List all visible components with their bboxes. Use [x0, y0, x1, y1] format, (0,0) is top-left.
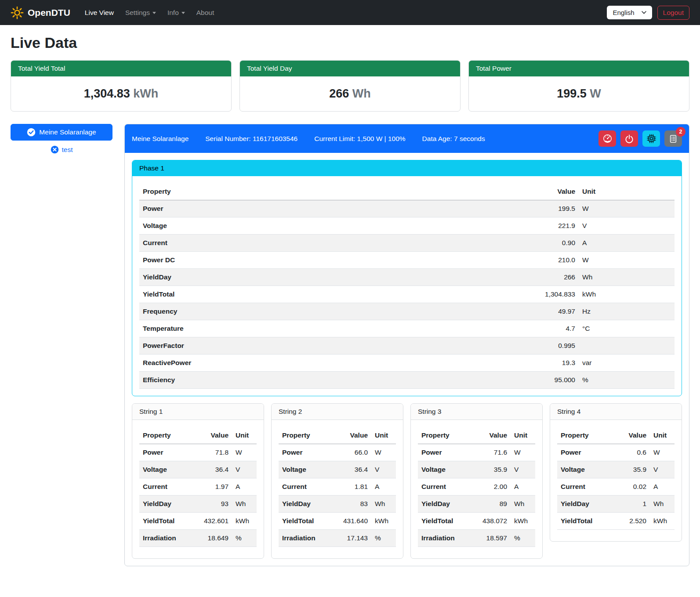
summary-card-value: 266 Wh: [240, 76, 460, 111]
row-value: 221.9: [402, 217, 579, 235]
table-row: YieldTotal 2.520 kWh: [557, 513, 675, 530]
logout-button[interactable]: Logout: [657, 6, 689, 20]
summary-card-value: 1,304.83 kWh: [11, 76, 231, 111]
row-unit: A: [232, 478, 257, 496]
summary-card-total-power: Total Power 199.5 W: [468, 60, 689, 112]
nav-item-label: Live View: [85, 9, 114, 17]
table-row: Power 66.0 W: [279, 444, 396, 461]
row-property: Irradiation: [279, 530, 330, 547]
row-value: 1.97: [191, 478, 232, 496]
table-row: Current 2.00 A: [418, 478, 535, 496]
row-value: 18.597: [470, 530, 511, 547]
power-button[interactable]: [620, 130, 638, 147]
x-circle-icon: [51, 145, 59, 154]
phase-title: Phase 1: [132, 160, 682, 176]
table-row: PowerFactor 0.995: [139, 337, 675, 355]
row-property: Power: [139, 200, 402, 217]
nav-item-about[interactable]: About: [191, 5, 220, 20]
navbar: OpenDTU Live View Settings Info About En…: [0, 0, 700, 25]
row-value: 49.97: [402, 303, 579, 320]
string-table: Property Value Unit Power 0.6 W Voltage …: [557, 427, 675, 530]
row-unit: V: [579, 217, 675, 235]
row-unit: %: [232, 530, 257, 547]
row-property: YieldDay: [557, 496, 614, 513]
row-property: Power: [279, 444, 330, 461]
string-title: String 2: [272, 404, 403, 420]
table-row: YieldDay 89 Wh: [418, 496, 535, 513]
event-count-badge[interactable]: 2: [676, 127, 685, 137]
row-property: YieldTotal: [557, 513, 614, 530]
row-property: Voltage: [139, 217, 402, 235]
row-property: YieldDay: [279, 496, 330, 513]
summary-card-title: Total Yield Day: [240, 61, 460, 76]
string-panel-string-3: String 3 Property Value Unit Power 71.6 …: [410, 403, 543, 559]
sidebar-inverter-test[interactable]: test: [11, 145, 112, 154]
event-log-button[interactable]: 2: [664, 130, 682, 147]
inverter-card-header: Meine Solaranlage Serial Number: 1161716…: [125, 124, 689, 153]
row-property: Current: [139, 478, 191, 496]
row-value: 1,304.833: [402, 286, 579, 303]
row-value: 71.8: [191, 444, 232, 461]
table-row: Current 0.90 A: [139, 235, 675, 252]
row-unit: A: [511, 478, 535, 496]
row-value: 1.81: [330, 478, 371, 496]
row-value: 210.0: [402, 252, 579, 269]
row-unit: kWh: [371, 513, 396, 530]
row-unit: Wh: [511, 496, 535, 513]
brand[interactable]: OpenDTU: [11, 6, 70, 19]
row-property: YieldTotal: [139, 513, 191, 530]
summary-value: 266: [329, 87, 349, 100]
row-property: YieldTotal: [418, 513, 470, 530]
row-unit: W: [511, 444, 535, 461]
table-row: YieldTotal 432.601 kWh: [139, 513, 257, 530]
sidebar-inverter-meine-solaranlage[interactable]: Meine Solaranlage: [11, 124, 112, 141]
nav-item-info[interactable]: Info: [162, 5, 191, 20]
row-unit: kWh: [232, 513, 257, 530]
table-row: Voltage 36.4 V: [279, 461, 396, 478]
summary-unit: W: [590, 87, 601, 100]
limit-gauge-button[interactable]: [598, 130, 616, 147]
column-header-value: Value: [614, 427, 650, 444]
row-unit: W: [579, 252, 675, 269]
column-header-unit: Unit: [511, 427, 535, 444]
table-row: Current 1.81 A: [279, 478, 396, 496]
row-value: 2.00: [470, 478, 511, 496]
nav-item-live-view[interactable]: Live View: [79, 5, 120, 20]
row-property: YieldTotal: [279, 513, 330, 530]
row-value: 19.3: [402, 355, 579, 372]
row-value: 93: [191, 496, 232, 513]
row-unit: V: [650, 461, 675, 478]
column-header-property: Property: [557, 427, 614, 444]
row-value: 17.143: [330, 530, 371, 547]
row-unit: A: [579, 235, 675, 252]
table-row: Voltage 35.9 V: [418, 461, 535, 478]
language-select[interactable]: English: [607, 6, 652, 19]
row-value: 83: [330, 496, 371, 513]
device-info-button[interactable]: [642, 130, 660, 147]
column-header-unit: Unit: [371, 427, 396, 444]
row-unit: A: [650, 478, 675, 496]
row-value: 36.4: [330, 461, 371, 478]
inverter-button-label: Meine Solaranlage: [39, 128, 96, 136]
table-row: Voltage 221.9 V: [139, 217, 675, 235]
table-row: Current 1.97 A: [139, 478, 257, 496]
table-row: ReactivePower 19.3 var: [139, 355, 675, 372]
speedometer-icon: [603, 134, 612, 143]
table-row: YieldDay 83 Wh: [279, 496, 396, 513]
power-icon: [625, 134, 634, 143]
summary-unit: Wh: [352, 87, 371, 100]
row-property: Power: [418, 444, 470, 461]
journal-list-icon: [669, 134, 678, 143]
nav-item-settings[interactable]: Settings: [120, 5, 162, 20]
table-row: Frequency 49.97 Hz: [139, 303, 675, 320]
row-property: Power: [557, 444, 614, 461]
phase-panel: Phase 1 Property Value Unit Power 199.5 …: [132, 160, 682, 396]
row-unit: Wh: [579, 269, 675, 286]
summary-value: 199.5: [557, 87, 587, 100]
inverter-data-age: Data Age: 7 seconds: [422, 135, 485, 143]
summary-card-total-yield-day: Total Yield Day 266 Wh: [239, 60, 461, 112]
row-value: 89: [470, 496, 511, 513]
row-unit: A: [371, 478, 396, 496]
column-header-value: Value: [470, 427, 511, 444]
summary-card-title: Total Yield Total: [11, 61, 231, 76]
